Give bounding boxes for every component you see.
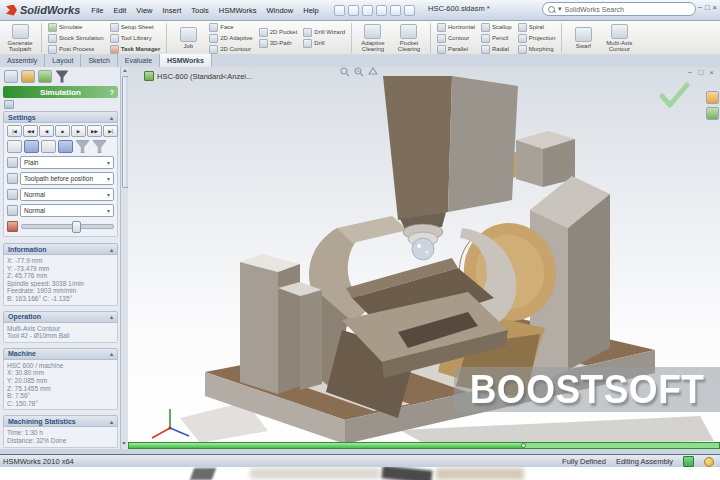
tab-evaluate[interactable]: Evaluate — [118, 54, 160, 67]
tab-assembly[interactable]: Assembly — [0, 54, 45, 67]
hsmworks-panel-icon[interactable] — [38, 70, 52, 83]
collapse-icon[interactable]: ▴ — [110, 114, 113, 121]
pencil-button[interactable]: Pencil — [481, 34, 512, 43]
skip-end-button[interactable]: ▶| — [103, 125, 118, 137]
search-box[interactable]: ▾ SolidWorks Search — [542, 2, 696, 16]
3d-path-button[interactable]: 3D-Path — [259, 39, 298, 48]
open-icon[interactable] — [348, 5, 359, 16]
step-back-button[interactable]: ◀ — [39, 125, 54, 137]
menu-view[interactable]: View — [131, 3, 157, 18]
filter-toggle-2[interactable] — [92, 140, 107, 153]
face-button[interactable]: Face — [209, 23, 252, 32]
speed-slider-handle[interactable] — [72, 221, 81, 233]
doc-minimize-button[interactable]: − — [688, 68, 693, 77]
2d-adaptive-button[interactable]: 2D Adaptive — [209, 34, 252, 43]
speed-slider[interactable] — [21, 224, 114, 229]
resources-icon[interactable] — [706, 91, 719, 104]
tab-hsmworks[interactable]: HSMWorks — [160, 54, 212, 67]
drill-button[interactable]: Drill — [303, 39, 345, 48]
generate-toolpath-button[interactable]: Generate Toolpath — [2, 21, 38, 55]
undo-icon[interactable] — [390, 5, 401, 16]
stop-button[interactable]: ■ — [55, 125, 70, 137]
feature-tree-item[interactable]: HSC-600 (Standard<Anzei... — [144, 71, 252, 81]
tab-sketch[interactable]: Sketch — [81, 54, 117, 67]
pocket-clearing-button[interactable]: Pocket Clearing — [391, 21, 427, 55]
new-icon[interactable] — [334, 5, 345, 16]
graphics-viewport[interactable]: HSC-600 (Standard<Anzei... − □ × BOOSTSO… — [128, 67, 720, 449]
machine-section-header[interactable]: Machine ▴ — [3, 348, 118, 360]
play-button[interactable]: ▶ — [71, 125, 86, 137]
zoom-fit-icon[interactable] — [340, 67, 350, 77]
drill-wizard-button[interactable]: Drill Wizard — [303, 28, 345, 37]
radial-button[interactable]: Radial — [481, 45, 512, 54]
menu-file[interactable]: File — [86, 3, 108, 18]
stock-simulation-button[interactable]: Stock Simulation — [48, 34, 104, 43]
rebuild-icon[interactable] — [404, 5, 415, 16]
multi-axis-contour-button[interactable]: Multi-Axis Contour — [601, 21, 637, 55]
simulation-timeline[interactable] — [128, 442, 720, 449]
display-settings-icon[interactable] — [21, 70, 35, 83]
collapse-icon[interactable]: ▴ — [110, 418, 113, 425]
menu-insert[interactable]: Insert — [157, 3, 186, 18]
stock-toggle[interactable] — [7, 140, 22, 153]
menu-window[interactable]: Window — [262, 3, 299, 18]
filter-toggle-1[interactable] — [75, 140, 90, 153]
machine-toggle[interactable] — [41, 140, 56, 153]
spiral-button[interactable]: Spiral — [518, 23, 556, 32]
panel-scrollbar[interactable] — [120, 67, 128, 449]
rotate-view-icon[interactable] — [368, 67, 378, 77]
sheet-status-icon[interactable] — [683, 456, 694, 467]
setup-sheet-button[interactable]: Setup Sheet — [110, 23, 161, 32]
tool-display-select[interactable]: Normal▾ — [20, 204, 114, 217]
save-icon[interactable] — [362, 5, 373, 16]
machining-statistics-header[interactable]: Machining Statistics ▴ — [3, 415, 118, 427]
help-icon[interactable]: ? — [110, 89, 114, 96]
collapse-icon[interactable]: ▴ — [110, 246, 113, 253]
post-process-button[interactable]: Post Process — [48, 45, 104, 54]
doc-close-button[interactable]: × — [709, 68, 714, 77]
collapse-icon[interactable]: ▴ — [110, 350, 113, 357]
task-manager-button[interactable]: Task Manager — [110, 45, 161, 54]
parallel-button[interactable]: Parallel — [437, 45, 475, 54]
toolpath-toggle[interactable] — [58, 140, 73, 153]
scroll-down-icon[interactable] — [122, 442, 126, 445]
scroll-up-icon[interactable] — [123, 69, 127, 72]
fast-forward-button[interactable]: ▶▶ — [87, 125, 102, 137]
zoom-area-icon[interactable] — [354, 67, 364, 77]
2d-contour-button[interactable]: 2D Contour — [209, 45, 252, 54]
filter-icon[interactable] — [55, 70, 69, 83]
horizontal-button[interactable]: Horizontal — [437, 23, 475, 32]
tab-layout[interactable]: Layout — [45, 54, 81, 67]
adaptive-clearing-button[interactable]: Adaptive Clearing — [355, 21, 391, 55]
collapse-icon[interactable]: ▴ — [110, 313, 113, 320]
scallop-button[interactable]: Scallop — [481, 23, 512, 32]
2d-pocket-button[interactable]: 2D Pocket — [259, 28, 298, 37]
timeline-handle[interactable] — [521, 443, 526, 448]
quick-tips-icon[interactable] — [704, 457, 714, 467]
swarf-button[interactable]: Swarf — [565, 21, 601, 55]
stock-mode-select[interactable]: Plain▾ — [20, 156, 114, 169]
doc-restore-button[interactable]: □ — [698, 68, 703, 77]
settings-section-header[interactable]: Settings ▴ — [3, 111, 118, 123]
job-button[interactable]: Job — [170, 21, 206, 55]
search-chevron-icon[interactable]: ▾ — [558, 5, 562, 13]
projection-button[interactable]: Projection — [518, 34, 556, 43]
search-input[interactable]: SolidWorks Search — [565, 6, 624, 13]
tool-toggle[interactable] — [24, 140, 39, 153]
rewind-button[interactable]: ◀◀ — [23, 125, 38, 137]
minimize-button[interactable]: − — [698, 3, 702, 12]
information-section-header[interactable]: Information ▴ — [3, 243, 118, 255]
menu-hsmworks[interactable]: HSMWorks — [214, 3, 262, 18]
toolpath-mode-select[interactable]: Toolpath before position▾ — [20, 172, 114, 185]
design-tree-icon[interactable] — [4, 70, 18, 83]
menu-help[interactable]: Help — [298, 3, 323, 18]
operation-section-header[interactable]: Operation ▴ — [3, 311, 118, 323]
menu-tools[interactable]: Tools — [186, 3, 214, 18]
skip-start-button[interactable]: |◀ — [7, 125, 22, 137]
stock-display-select[interactable]: Normal▾ — [20, 188, 114, 201]
morphing-button[interactable]: Morphing — [518, 45, 556, 54]
simulate-button[interactable]: Simulate — [48, 23, 104, 32]
maximize-button[interactable]: □ — [705, 3, 710, 12]
toolbox-icon[interactable] — [706, 107, 719, 120]
menu-edit[interactable]: Edit — [108, 3, 131, 18]
